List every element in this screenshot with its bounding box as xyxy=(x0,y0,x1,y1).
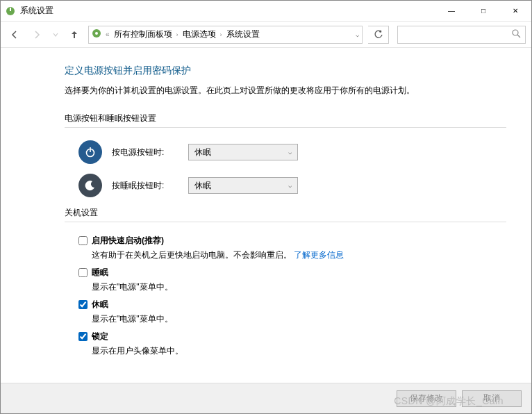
back-button[interactable] xyxy=(6,26,23,43)
up-button[interactable] xyxy=(66,26,83,43)
power-button-select[interactable]: 休眠 ⌵ xyxy=(188,144,298,160)
select-value: 休眠 xyxy=(194,147,211,158)
section-legend: 关机设置 xyxy=(65,207,98,222)
checkbox-label: 休眠 xyxy=(92,299,108,310)
breadcrumb-item[interactable]: 系统设置 xyxy=(226,28,260,40)
checkbox-description: 显示在"电源"菜单中。 xyxy=(78,313,506,325)
page-description: 选择要为你的计算机设置的电源设置。在此页上对设置所做的更改将应用于你所有的电源计… xyxy=(65,84,506,97)
checkbox-row[interactable]: 锁定 xyxy=(78,331,506,342)
chevron-right-icon: › xyxy=(220,31,222,38)
titlebar: 系统设置 — □ ✕ xyxy=(1,1,531,22)
chevron-down-icon: ⌵ xyxy=(288,149,292,156)
shutdown-settings-section: 关机设置 启用快速启动(推荐)这有助于在关机之后更快地启动电脑。不会影响重启。 … xyxy=(65,207,506,357)
checkbox[interactable] xyxy=(78,300,88,309)
cancel-button[interactable]: 取消 xyxy=(462,390,522,407)
checkbox-label: 锁定 xyxy=(92,331,108,342)
power-icon xyxy=(78,140,102,164)
checkbox-description: 这有助于在关机之后更快地启动电脑。不会影响重启。 了解更多信息 xyxy=(78,249,506,261)
refresh-button[interactable] xyxy=(368,26,389,44)
power-button-label: 按电源按钮时: xyxy=(112,147,188,158)
svg-rect-7 xyxy=(90,147,91,152)
button-settings-section: 电源按钮和睡眠按钮设置 按电源按钮时: 休眠 ⌵ 按睡眠按钮时: 休眠 ⌵ xyxy=(65,113,506,197)
control-panel-icon xyxy=(92,28,101,40)
checkbox-label: 睡眠 xyxy=(92,267,108,279)
chevron-down-icon: ⌵ xyxy=(288,182,292,189)
window-title: 系统设置 xyxy=(20,5,435,17)
svg-point-3 xyxy=(95,32,98,35)
checkbox[interactable] xyxy=(78,332,88,341)
close-button[interactable]: ✕ xyxy=(499,1,531,21)
sleep-button-select[interactable]: 休眠 ⌵ xyxy=(188,177,298,194)
breadcrumb-prefix: « xyxy=(106,31,110,38)
checkbox[interactable] xyxy=(78,268,88,277)
save-button[interactable]: 保存修改 xyxy=(397,390,456,407)
breadcrumb-item[interactable]: 电源选项 xyxy=(183,28,216,40)
checkbox-label: 启用快速启动(推荐) xyxy=(92,235,164,247)
section-legend: 电源按钮和睡眠按钮设置 xyxy=(65,113,156,127)
page-heading: 定义电源按钮并启用密码保护 xyxy=(65,65,506,77)
svg-point-4 xyxy=(513,30,518,35)
power-button-row: 按电源按钮时: 休眠 ⌵ xyxy=(65,140,506,164)
search-input[interactable] xyxy=(402,30,512,40)
content-area: 定义电源按钮并启用密码保护 选择要为你的计算机设置的电源设置。在此页上对设置所做… xyxy=(1,48,531,383)
breadcrumb-item[interactable]: 所有控制面板项 xyxy=(114,28,172,40)
svg-line-5 xyxy=(517,35,520,38)
footer: 保存修改 取消 xyxy=(1,383,531,413)
window-buttons: — □ ✕ xyxy=(435,1,531,21)
svg-rect-1 xyxy=(10,8,11,11)
power-options-icon xyxy=(5,6,16,17)
checkbox-description: 显示在用户头像菜单中。 xyxy=(78,345,506,357)
search-box[interactable] xyxy=(397,26,526,44)
navbar: « 所有控制面板项 › 电源选项 › 系统设置 ⌵ xyxy=(1,22,531,48)
search-icon[interactable] xyxy=(512,29,521,40)
checkbox-row[interactable]: 启用快速启动(推荐) xyxy=(78,235,506,247)
address-bar[interactable]: « 所有控制面板项 › 电源选项 › 系统设置 ⌵ xyxy=(88,26,363,44)
checkbox-row[interactable]: 休眠 xyxy=(78,299,506,310)
recent-dropdown[interactable] xyxy=(51,26,60,43)
minimize-button[interactable]: — xyxy=(435,1,467,21)
chevron-right-icon: › xyxy=(176,31,178,38)
address-dropdown-icon[interactable]: ⌵ xyxy=(356,31,359,38)
sleep-icon xyxy=(78,174,102,197)
checkbox-description: 显示在"电源"菜单中。 xyxy=(78,281,506,293)
shutdown-option: 休眠显示在"电源"菜单中。 xyxy=(78,299,506,325)
shutdown-option: 启用快速启动(推荐)这有助于在关机之后更快地启动电脑。不会影响重启。 了解更多信… xyxy=(78,235,506,261)
sleep-button-label: 按睡眠按钮时: xyxy=(112,180,188,192)
sleep-button-row: 按睡眠按钮时: 休眠 ⌵ xyxy=(65,174,506,197)
forward-button[interactable] xyxy=(28,26,45,43)
checkbox-row[interactable]: 睡眠 xyxy=(78,267,506,279)
maximize-button[interactable]: □ xyxy=(467,1,499,21)
shutdown-option: 锁定显示在用户头像菜单中。 xyxy=(78,331,506,357)
learn-more-link[interactable]: 了解更多信息 xyxy=(294,250,344,260)
checkbox[interactable] xyxy=(78,236,88,245)
select-value: 休眠 xyxy=(194,180,211,192)
shutdown-option: 睡眠显示在"电源"菜单中。 xyxy=(78,267,506,293)
